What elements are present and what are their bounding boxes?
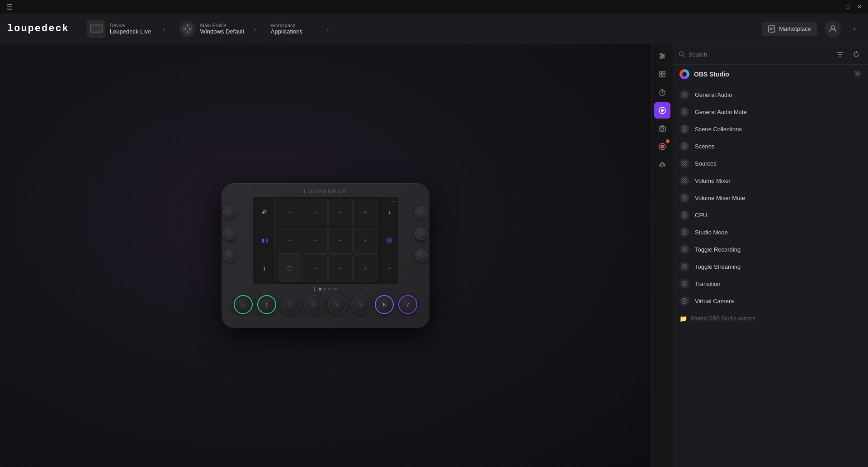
right-control-1[interactable]: ℹ ••• — [382, 199, 396, 226]
action-label-virtual-camera: Virtual Camera — [695, 298, 734, 305]
action-general-audio-mute[interactable]: General Audio Mute — [673, 103, 868, 120]
sidebar-icon-stream[interactable] — [654, 157, 670, 173]
button-home[interactable]: ⌂ — [234, 295, 253, 314]
device-label: Device — [110, 23, 153, 28]
action-icon-cpu — [679, 210, 689, 220]
knob-top-right[interactable] — [415, 206, 428, 219]
right-knobs — [415, 206, 428, 262]
action-label-sources: Sources — [695, 160, 717, 167]
sidebar-icon-plugin[interactable] — [654, 66, 670, 82]
audio-control-3[interactable] — [255, 255, 274, 282]
grid-cell-2[interactable]: + — [303, 199, 328, 226]
action-toggle-recording[interactable]: Toggle Recording — [673, 241, 868, 258]
grid-cell-11[interactable]: + — [328, 254, 353, 282]
action-general-audio[interactable]: General Audio — [673, 86, 868, 103]
button-3[interactable]: 3 — [304, 295, 323, 314]
sidebar-icon-record[interactable] — [654, 138, 670, 155]
svg-point-52 — [682, 178, 687, 183]
minimize-button[interactable]: – — [831, 2, 841, 12]
search-input[interactable] — [689, 51, 830, 58]
svg-point-35 — [661, 128, 664, 130]
svg-rect-24 — [660, 71, 662, 74]
stored-section-label: Stored OBS Studio actions — [691, 315, 755, 322]
button-6[interactable]: 6 — [375, 295, 394, 314]
grid-cell-7[interactable]: + — [328, 227, 353, 254]
profile-text: Main Profile Windows Default — [200, 23, 245, 35]
svg-point-62 — [682, 264, 687, 269]
action-studio-mode[interactable]: Studio Mode — [673, 224, 868, 241]
knob-mid-right[interactable] — [415, 228, 428, 240]
svg-point-38 — [661, 166, 663, 167]
svg-point-67 — [684, 300, 685, 302]
obs-logo-icon — [679, 69, 689, 79]
expand-button[interactable]: › — [848, 23, 861, 35]
knob-bot-right[interactable] — [415, 249, 428, 262]
action-icon-toggle-streaming — [679, 262, 689, 272]
audio-control-1[interactable]: 🔊 — [255, 199, 274, 225]
action-label-studio-mode: Studio Mode — [695, 229, 728, 236]
action-label-cpu: CPU — [695, 212, 707, 219]
action-icon-volume-mixer — [679, 176, 689, 186]
maximize-button[interactable]: □ — [843, 2, 853, 12]
hamburger-menu[interactable]: ☰ — [4, 1, 15, 13]
knob-bot-left[interactable] — [223, 249, 236, 262]
grid-cell-5[interactable]: + — [278, 227, 302, 254]
right-control-2[interactable] — [382, 227, 396, 254]
svg-point-65 — [684, 283, 685, 285]
button-7[interactable]: 7 — [398, 295, 417, 314]
button-4[interactable]: 4 — [328, 295, 347, 314]
sidebar-icon-camera[interactable] — [654, 120, 670, 137]
marketplace-button[interactable]: Marketplace — [762, 22, 817, 36]
grid-cell-9[interactable] — [278, 254, 302, 282]
grid-cell-4[interactable]: + — [353, 199, 378, 226]
grid-cell-1[interactable]: + — [278, 199, 302, 226]
sidebar-icon-timer[interactable] — [654, 84, 670, 100]
svg-point-63 — [684, 266, 685, 267]
action-label-toggle-streaming: Toggle Streaming — [695, 263, 741, 270]
nav-item-profile[interactable]: Main Profile Windows Default › — [172, 17, 264, 41]
svg-point-60 — [682, 247, 687, 252]
sidebar-icon-sliders[interactable] — [654, 48, 670, 64]
action-scene-collections[interactable]: Scene Collections — [673, 120, 868, 138]
grid-cell-12[interactable]: + — [353, 254, 378, 282]
action-toggle-streaming[interactable]: Toggle Streaming — [673, 258, 868, 275]
action-volume-mixer[interactable]: Volume Mixer — [673, 172, 868, 189]
user-button[interactable] — [825, 21, 841, 37]
svg-point-33 — [661, 109, 664, 112]
button-2[interactable]: 2 — [281, 295, 300, 314]
grid-cell-3[interactable]: + — [328, 199, 353, 226]
button-5[interactable]: 5 — [351, 295, 370, 314]
action-volume-mixer-mute[interactable]: Volume Mixer Mute — [673, 189, 868, 206]
action-virtual-camera[interactable]: Virtual Camera — [673, 292, 868, 310]
plugin-settings-button[interactable] — [854, 70, 862, 79]
action-icon-sources — [679, 158, 689, 168]
action-sources[interactable]: Sources — [673, 155, 868, 172]
knob-top-left[interactable] — [223, 206, 236, 219]
grid-cell-8[interactable]: + — [353, 227, 378, 254]
folder-icon: 📁 — [679, 315, 687, 322]
knob-mid-left[interactable] — [223, 228, 236, 240]
screen-right-strip: ℹ ••• ⇄ — [380, 197, 398, 284]
action-label-volume-mixer: Volume Mixer — [695, 177, 731, 184]
right-control-3[interactable]: ⇄ — [382, 255, 396, 282]
action-scenes[interactable]: Scenes — [673, 138, 868, 155]
grid-cell-10[interactable]: + — [303, 254, 328, 282]
button-1[interactable]: 1 — [257, 295, 276, 314]
refresh-button[interactable] — [850, 48, 863, 61]
svg-point-22 — [662, 55, 664, 57]
svg-point-49 — [684, 145, 685, 147]
nav-item-workspace[interactable]: Workspace Applications › — [264, 19, 336, 38]
nav-item-device[interactable]: Device Loupedeck Live › — [80, 16, 172, 42]
screen-left-strip: 🔊 ▐▌▐ — [253, 197, 276, 284]
action-label-volume-mixer-mute: Volume Mixer Mute — [695, 195, 745, 201]
sidebar-icon-active[interactable] — [654, 102, 670, 119]
audio-control-2[interactable]: ▐▌▐ — [255, 226, 274, 255]
filter-button[interactable] — [834, 48, 846, 61]
action-cpu[interactable]: CPU — [673, 206, 868, 224]
action-icon-transition — [679, 279, 689, 289]
close-button[interactable]: ✕ — [854, 2, 864, 12]
action-label-transition: Transition — [695, 281, 721, 287]
svg-rect-9 — [769, 26, 775, 32]
action-transition[interactable]: Transition — [673, 275, 868, 292]
grid-cell-6[interactable]: + — [303, 227, 328, 254]
